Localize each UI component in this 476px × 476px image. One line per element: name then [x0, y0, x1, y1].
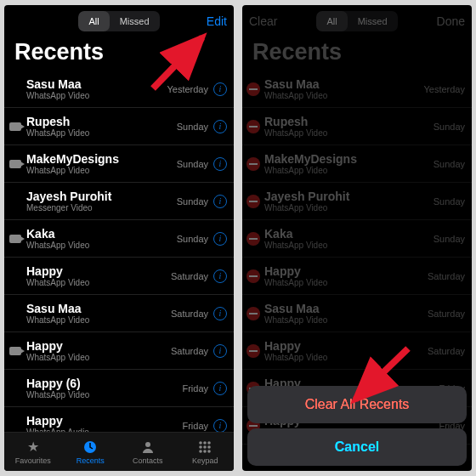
tab-recents[interactable]: Recents [62, 433, 120, 471]
call-time: Friday [182, 383, 208, 394]
call-name: Happy [264, 264, 428, 278]
delete-icon[interactable] [246, 120, 260, 133]
call-time: Sunday [177, 122, 208, 132]
call-name: Sasu Maa [264, 302, 428, 315]
call-time: Sunday [434, 234, 465, 244]
call-sub: WhatsApp Video [264, 241, 434, 250]
call-sub: WhatsApp Video [26, 91, 167, 100]
page-title: Recents [242, 37, 472, 71]
call-time: Saturday [428, 346, 465, 356]
list-item[interactable]: Jayesh PurohitMessenger VideoSundayi [4, 183, 234, 220]
call-name: Happy [26, 339, 171, 353]
delete-icon[interactable] [246, 269, 260, 283]
delete-icon[interactable] [246, 344, 260, 358]
info-icon[interactable]: i [213, 382, 227, 395]
info-icon[interactable]: i [213, 157, 227, 171]
call-time: Saturday [428, 309, 465, 319]
call-sub: WhatsApp Video [264, 203, 434, 212]
cancel-button[interactable]: Cancel [247, 428, 467, 466]
list-item[interactable]: HappyWhatsApp VideoSaturday [242, 258, 472, 295]
seg-missed[interactable]: Missed [110, 11, 160, 31]
list-item[interactable]: HappyWhatsApp VideoSaturdayi [4, 258, 234, 295]
segmented-control[interactable]: All Missed [316, 11, 397, 31]
svg-point-3 [203, 441, 207, 445]
svg-point-10 [207, 450, 211, 453]
info-icon[interactable]: i [213, 82, 227, 96]
call-name: Happy (6) [26, 377, 182, 390]
star-icon: ★ [26, 439, 41, 455]
tab-keypad[interactable]: Keypad [177, 433, 235, 471]
info-icon[interactable]: i [213, 307, 227, 320]
info-icon[interactable]: i [213, 232, 227, 246]
delete-icon[interactable] [246, 82, 260, 96]
info-icon[interactable]: i [213, 195, 227, 208]
info-icon[interactable]: i [213, 419, 227, 433]
clock-icon [82, 439, 98, 455]
delete-icon[interactable] [246, 232, 260, 246]
video-icon [9, 160, 21, 168]
call-time: Saturday [171, 271, 208, 281]
seg-all[interactable]: All [316, 11, 347, 31]
seg-missed[interactable]: Missed [348, 11, 398, 31]
svg-point-5 [199, 445, 202, 449]
action-sheet: Clear All Recents Cancel [247, 386, 467, 466]
info-icon[interactable]: i [213, 120, 227, 133]
list-item[interactable]: Sasu MaaWhatsApp VideoSaturdayi [4, 295, 234, 332]
list-item[interactable]: MakeMyDesignsWhatsApp VideoSundayi [4, 145, 234, 183]
call-name: Happy [26, 264, 171, 278]
done-button[interactable]: Done [424, 14, 465, 28]
info-icon[interactable]: i [213, 344, 227, 358]
call-time: Saturday [171, 309, 208, 319]
clear-all-recents-button[interactable]: Clear All Recents [247, 386, 467, 423]
call-sub: WhatsApp Video [264, 166, 434, 175]
delete-icon[interactable] [246, 157, 260, 171]
tab-contacts[interactable]: Contacts [119, 433, 177, 471]
delete-icon[interactable] [246, 195, 260, 208]
call-name: Jayesh Purohit [264, 190, 434, 203]
call-sub: WhatsApp Video [26, 166, 177, 175]
svg-point-4 [207, 441, 211, 445]
list-item[interactable]: HappyWhatsApp VideoSaturday [242, 332, 472, 370]
call-name: Happy [26, 414, 182, 428]
keypad-icon [197, 439, 212, 455]
list-item[interactable]: MakeMyDesignsWhatsApp VideoSunday [242, 145, 472, 183]
call-sub: WhatsApp Video [26, 315, 171, 325]
call-sub: WhatsApp Video [26, 128, 177, 138]
list-item[interactable]: Sasu MaaWhatsApp VideoYesterdayi [4, 71, 234, 108]
tab-favourites[interactable]: ★ Favourites [4, 433, 62, 471]
call-sub: WhatsApp Video [264, 278, 428, 287]
call-name: MakeMyDesigns [26, 152, 177, 166]
list-item[interactable]: Happy (6)WhatsApp VideoFridayi [4, 370, 234, 407]
call-time: Sunday [434, 196, 465, 207]
call-time: Sunday [434, 122, 465, 132]
list-item[interactable]: RupeshWhatsApp VideoSundayi [4, 108, 234, 145]
call-name: Rupesh [264, 115, 434, 128]
call-sub: WhatsApp Video [26, 241, 177, 250]
recents-list[interactable]: Sasu MaaWhatsApp VideoYesterdayiRupeshWh… [4, 71, 234, 471]
delete-icon[interactable] [246, 307, 260, 320]
seg-all[interactable]: All [78, 11, 109, 31]
call-name: Sasu Maa [26, 302, 171, 315]
list-item[interactable]: KakaWhatsApp VideoSundayi [4, 220, 234, 258]
call-sub: WhatsApp Video [26, 353, 171, 362]
list-item[interactable]: RupeshWhatsApp VideoSunday [242, 108, 472, 145]
list-item[interactable]: HappyWhatsApp VideoSaturdayi [4, 332, 234, 370]
list-item[interactable]: Jayesh PurohitWhatsApp VideoSunday [242, 183, 472, 220]
call-time: Sunday [177, 234, 208, 244]
video-icon [9, 347, 21, 355]
svg-point-8 [199, 450, 202, 453]
call-name: Sasu Maa [26, 77, 167, 91]
list-item[interactable]: Sasu MaaWhatsApp VideoSaturday [242, 295, 472, 332]
tab-bar: ★ Favourites Recents Contacts Keypa [4, 432, 234, 471]
call-sub: WhatsApp Video [26, 278, 171, 287]
call-time: Sunday [434, 159, 465, 169]
phone-recents-edit: Clear All Missed Done Recents Sasu MaaWh… [242, 5, 472, 471]
info-icon[interactable]: i [213, 269, 227, 283]
call-time: Saturday [171, 346, 208, 356]
edit-button[interactable]: Edit [186, 14, 227, 28]
clear-button[interactable]: Clear [249, 14, 290, 28]
person-icon [140, 439, 156, 455]
segmented-control[interactable]: All Missed [78, 11, 159, 31]
list-item[interactable]: KakaWhatsApp VideoSunday [242, 220, 472, 258]
list-item[interactable]: Sasu MaaWhatsApp VideoYesterday [242, 71, 472, 108]
